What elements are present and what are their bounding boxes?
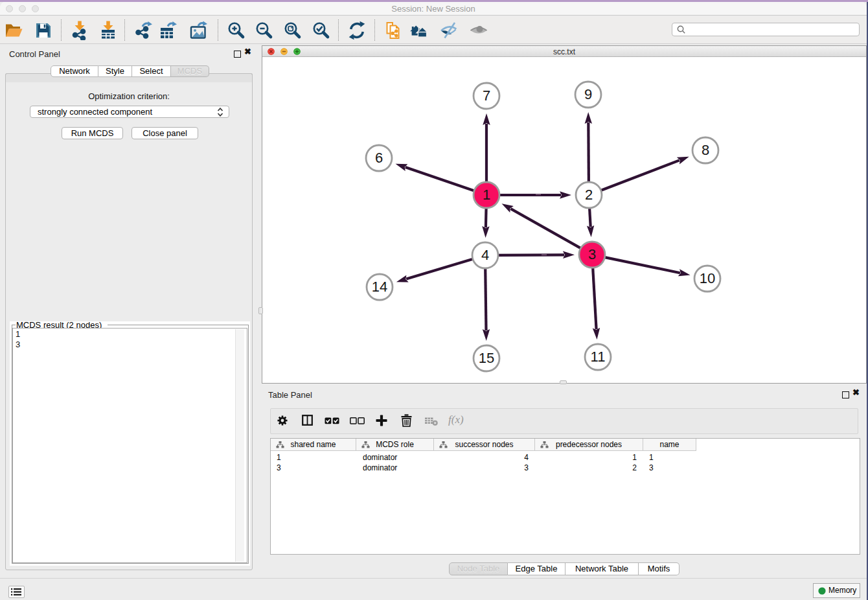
- svg-text:7: 7: [483, 87, 490, 104]
- svg-text:3: 3: [588, 246, 596, 262]
- svg-text:9: 9: [584, 86, 592, 102]
- svg-text:15: 15: [479, 350, 494, 366]
- svg-text:1: 1: [483, 187, 490, 203]
- svg-text:2: 2: [585, 187, 593, 203]
- svg-text:14: 14: [372, 279, 387, 295]
- svg-text:6: 6: [375, 150, 383, 166]
- svg-text:4: 4: [481, 247, 489, 263]
- svg-text:8: 8: [702, 142, 709, 158]
- svg-text:10: 10: [700, 270, 715, 286]
- svg-text:11: 11: [591, 349, 606, 365]
